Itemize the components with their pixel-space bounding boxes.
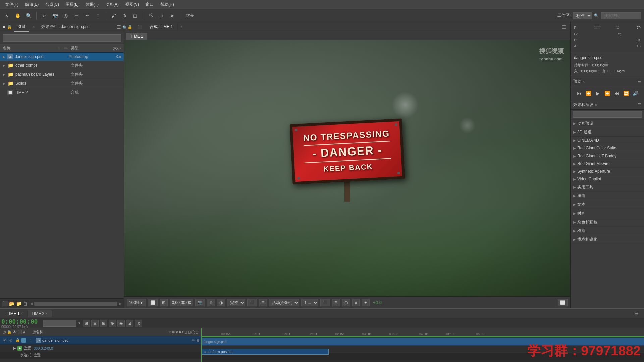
shape-tool[interactable]: ⊿ — [157, 11, 166, 20]
tab-close-icon[interactable]: × — [21, 312, 23, 315]
tl-toggle-mode-btn[interactable]: ⊞ — [83, 320, 90, 327]
camera-tool[interactable]: 📷 — [51, 11, 59, 20]
go-start-btn[interactable]: ⏮ — [575, 89, 583, 97]
folder-icon[interactable]: 📁 — [16, 301, 22, 306]
text-tool[interactable]: T — [94, 11, 102, 20]
search-dropdown-icon[interactable]: ▼ — [78, 321, 81, 325]
import-icon[interactable]: 📂 — [9, 301, 15, 306]
tl-graph-btn[interactable]: ⊞ — [100, 320, 107, 327]
timeline-tab-time1[interactable]: TIME 1 × — [3, 310, 28, 317]
project-search-input[interactable] — [3, 34, 121, 42]
layer-edit-icon[interactable]: ✏ — [192, 338, 195, 343]
effect-category-blur[interactable]: ▶ 模糊和锐化 — [571, 235, 644, 244]
step-fwd-btn[interactable]: ⏩ — [603, 89, 611, 97]
go-end-btn[interactable]: ⏭ — [613, 89, 621, 97]
preview-fit-btn[interactable]: ⬜ — [148, 299, 158, 306]
panel-options-icon[interactable]: ☰ — [559, 24, 569, 30]
effect-category-3d[interactable]: ▶ 3D 通道 — [571, 128, 644, 137]
effect-category-animation[interactable]: ▶ 动画预设 — [571, 119, 644, 128]
quality-select[interactable]: 完整 — [227, 299, 245, 306]
effect-category-rg-misfire[interactable]: ▶ Red Giant MisFire — [571, 160, 644, 168]
menu-anim[interactable]: 动画(A) — [103, 1, 121, 8]
effect-category-utility[interactable]: ▶ 实用工具 — [571, 183, 644, 192]
preview-comp-btn[interactable]: ⬛ — [320, 299, 330, 306]
effect-category-simulate[interactable]: ▶ 模拟 — [571, 227, 644, 235]
layer-effect-icon[interactable]: ⊕ — [196, 338, 200, 343]
preview-render-btn[interactable]: ✦ — [362, 299, 370, 306]
tl-qual-btn[interactable]: ⧖ — [135, 320, 142, 327]
timeline-tab-time2[interactable]: TIME 2 × — [28, 310, 52, 317]
tab-effects-control[interactable]: 效果控件 : danger sign.psd — [38, 23, 93, 31]
tab-close-icon[interactable]: × — [46, 312, 48, 315]
step-back-btn[interactable]: ⏪ — [585, 89, 593, 97]
list-item[interactable]: ▶ 📁 Solids 文件夹 — [0, 79, 124, 88]
channel-select[interactable]: 1 ... — [301, 299, 318, 306]
preview-motion-btn[interactable]: ⧖ — [352, 299, 360, 306]
preview-close-icon[interactable]: × — [583, 79, 585, 84]
menu-file[interactable]: 文件(F) — [3, 1, 21, 8]
new-item-icon[interactable]: ⬛ — [2, 301, 8, 306]
list-item[interactable]: ⬜ TIME 2 合成 — [0, 88, 124, 97]
menu-view[interactable]: 视图(V) — [123, 1, 142, 8]
rotate-tool[interactable]: ↩ — [40, 11, 49, 20]
effect-category-distort[interactable]: ▶ 扭曲 — [571, 192, 644, 200]
audio-btn[interactable]: 🔊 — [632, 89, 640, 97]
tab-project[interactable]: 项目 — [14, 22, 29, 32]
visibility-icon[interactable]: 👁 — [1, 338, 8, 342]
preview-zoom-btn[interactable]: 100% ▼ — [127, 299, 146, 306]
timeline-options-icon[interactable]: ☰ — [632, 311, 641, 316]
rect-tool[interactable]: ▭ — [72, 11, 81, 20]
effect-category-noise[interactable]: ▶ 杂色和颗粒 — [571, 218, 644, 227]
preview-grid-btn[interactable]: ⊞ — [259, 299, 267, 306]
preview-exposure-btn[interactable]: ⊕ — [207, 299, 215, 306]
effect-category-video-copilot[interactable]: ▶ Video Copilot — [571, 175, 644, 183]
pen-tool[interactable]: ✒ — [83, 11, 92, 20]
tl-keyframe-btn[interactable]: ⊟ — [91, 320, 99, 327]
timeline-playhead[interactable] — [201, 328, 202, 362]
preview-options-icon[interactable]: ☰ — [638, 79, 641, 84]
brush-tool[interactable]: 🖌 — [109, 11, 118, 20]
list-item[interactable]: ▶ 📁 other comps 文件夹 — [0, 61, 124, 70]
effect-category-rg-color[interactable]: ▶ Red Giant Color Suite — [571, 144, 644, 152]
eraser-tool[interactable]: ◻ — [131, 11, 140, 20]
preview-color-btn[interactable]: ◑ — [217, 299, 225, 306]
workspace-select[interactable]: 标准 — [573, 12, 592, 19]
camera-select[interactable]: 活动摄像机 — [269, 299, 299, 306]
effect-category-cinema4d[interactable]: ▶ CINEMA 4D — [571, 137, 644, 144]
effect-category-time[interactable]: ▶ 时间 — [571, 209, 644, 218]
preview-3d-btn[interactable]: ⬡ — [342, 299, 350, 306]
menu-layer[interactable]: 图层(L) — [63, 1, 82, 8]
preview-snap-btn[interactable]: ⊟ — [332, 299, 340, 306]
comp-subtab-time1[interactable]: TIME 1 — [126, 33, 147, 40]
play-btn[interactable]: ▶ — [594, 89, 602, 97]
menu-effect[interactable]: 效果(T) — [83, 1, 101, 8]
preview-expand-btn[interactable]: ⬜ — [558, 299, 568, 306]
tl-markers-btn[interactable]: ◉ — [117, 320, 125, 327]
zoom-tool[interactable]: 🔍 — [24, 11, 33, 20]
menu-edit[interactable]: 编辑(E) — [22, 1, 41, 8]
trash-icon[interactable]: 🗑 — [23, 301, 28, 306]
tl-solo-btn[interactable]: ⊕ — [109, 320, 116, 327]
lock-icon[interactable]: 🔒 — [15, 338, 20, 342]
close-comp-icon[interactable]: × — [179, 25, 184, 29]
effect-category-text[interactable]: ▶ 文本 — [571, 200, 644, 209]
effects-search-input[interactable] — [573, 111, 642, 118]
list-item[interactable]: ▶ ps danger sign.psd Photoshop 3. ■ — [0, 53, 124, 61]
menu-window[interactable]: 窗口 — [143, 1, 156, 8]
puppet-tool[interactable]: ⛏ — [147, 11, 155, 20]
arrow-tool[interactable]: ➤ — [168, 11, 177, 20]
preview-camera-btn[interactable]: 📷 — [195, 299, 205, 306]
orbit-tool[interactable]: ◎ — [61, 11, 70, 20]
select-tool[interactable]: ↖ — [3, 11, 11, 20]
effect-category-synthetic[interactable]: ▶ Synthetic Aperture — [571, 168, 644, 175]
panel-menu-button[interactable]: ☰ — [117, 24, 121, 30]
loop-btn[interactable]: 🔁 — [622, 89, 630, 97]
solo-icon[interactable]: ◎ — [9, 338, 14, 342]
effects-options-icon[interactable]: ☰ — [638, 103, 641, 107]
search-input[interactable] — [601, 12, 641, 19]
stamp-tool[interactable]: ⊕ — [120, 11, 129, 20]
expand-position-icon[interactable]: ▶ — [13, 346, 16, 350]
layer-row-1[interactable]: 👁 ◎ 🔒 1 ps danger sign.psd ✏ ⊕ — [0, 336, 201, 345]
menu-help[interactable]: 帮助(H) — [158, 1, 177, 8]
preview-toggle-btn[interactable]: ⬛ — [247, 299, 257, 306]
